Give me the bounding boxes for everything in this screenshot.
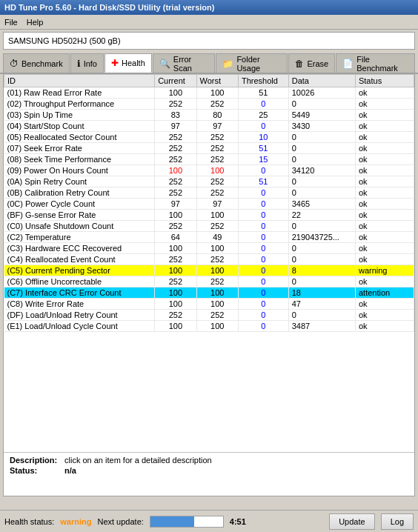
benchmark-icon: ⏱: [10, 59, 19, 69]
cell-worst: 252: [196, 187, 238, 199]
cell-threshold: 0: [238, 243, 288, 254]
cell-current: 100: [155, 321, 196, 332]
cell-current: 252: [155, 154, 196, 165]
log-button[interactable]: Log: [381, 513, 414, 530]
cell-status: ok: [355, 310, 414, 321]
table-row[interactable]: (09) Power On Hours Count100100034120ok: [4, 165, 414, 176]
cell-current: 252: [155, 132, 196, 143]
tab-folder-usage[interactable]: 📁 Folder Usage: [216, 53, 288, 73]
tab-health[interactable]: ✚ Health: [104, 53, 152, 73]
table-row[interactable]: (C3) Hardware ECC Recovered10010000ok: [4, 243, 414, 254]
info-icon: ℹ: [77, 59, 81, 69]
cell-id: (BF) G-sense Error Rate: [4, 210, 155, 221]
cell-id: (E1) Load/Unload Cycle Count: [4, 321, 155, 332]
col-header-threshold: Threshold: [238, 75, 288, 87]
cell-id: (07) Seek Error Rate: [4, 143, 155, 154]
cell-id: (C6) Offline Uncorrectable: [4, 276, 155, 287]
cell-data: 0: [288, 276, 355, 287]
tab-erase[interactable]: 🗑 Erase: [288, 53, 335, 73]
table-row[interactable]: (C4) Reallocated Event Count25225200ok: [4, 254, 414, 265]
cell-status: ok: [355, 87, 414, 99]
description-text: click on an item for a detailed descript…: [64, 456, 212, 465]
cell-worst: 100: [196, 287, 238, 299]
cell-status: ok: [355, 210, 414, 221]
table-row[interactable]: (C5) Current Pending Sector10010008warni…: [4, 265, 414, 276]
menu-help[interactable]: Help: [27, 18, 44, 27]
cell-id: (03) Spin Up Time: [4, 110, 155, 121]
cell-data: 0: [288, 254, 355, 265]
table-row[interactable]: (0B) Calibration Retry Count25225200ok: [4, 187, 414, 199]
menu-file[interactable]: File: [4, 18, 18, 27]
cell-status: ok: [355, 176, 414, 187]
cell-id: (C3) Hardware ECC Recovered: [4, 243, 155, 254]
cell-id: (02) Throughput Performance: [4, 99, 155, 110]
cell-data: 219043725...: [288, 232, 355, 243]
cell-data: 10026: [288, 87, 355, 99]
app-title: HD Tune Pro 5.60 - Hard Disk/SSD Utility…: [4, 3, 214, 12]
cell-id: (DF) Load/Unload Retry Count: [4, 310, 155, 321]
table-row[interactable]: (BF) G-sense Error Rate100100022ok: [4, 210, 414, 221]
table-row[interactable]: (04) Start/Stop Count979703430ok: [4, 121, 414, 132]
table-row[interactable]: (C0) Unsafe Shutdown Count25225200ok: [4, 221, 414, 232]
update-button[interactable]: Update: [329, 513, 374, 530]
cell-current: 252: [155, 310, 196, 321]
tab-health-label: Health: [122, 59, 145, 67]
table-row[interactable]: (02) Throughput Performance25225200ok: [4, 99, 414, 110]
cell-data: 0: [288, 243, 355, 254]
col-header-worst: Worst: [196, 75, 238, 87]
cell-status: ok: [355, 121, 414, 132]
table-row[interactable]: (C6) Offline Uncorrectable25225200ok: [4, 276, 414, 287]
cell-id: (05) Reallocated Sector Count: [4, 132, 155, 143]
cell-data: 0: [288, 187, 355, 199]
cell-data: 34120: [288, 165, 355, 176]
cell-worst: 100: [196, 321, 238, 332]
cell-current: 252: [155, 99, 196, 110]
cell-status: ok: [355, 199, 414, 210]
cell-status: ok: [355, 232, 414, 243]
col-header-data: Data: [288, 75, 355, 87]
table-row[interactable]: (C7) Interface CRC Error Count100100018a…: [4, 287, 414, 299]
table-row[interactable]: (E1) Load/Unload Cycle Count10010003487o…: [4, 321, 414, 332]
table-row[interactable]: (C8) Write Error Rate100100047ok: [4, 299, 414, 310]
table-row[interactable]: (0C) Power Cycle Count979703465ok: [4, 199, 414, 210]
next-update-label: Next update:: [97, 517, 143, 526]
error-scan-icon: 🔍: [159, 59, 170, 69]
cell-data: 8: [288, 265, 355, 276]
cell-status: ok: [355, 187, 414, 199]
tab-info-label: Info: [84, 59, 97, 68]
status-bar: Health status: warning Next update: 4:51…: [0, 510, 418, 532]
table-row[interactable]: (DF) Load/Unload Retry Count25225200ok: [4, 310, 414, 321]
tabs: ⏱ Benchmark ℹ Info ✚ Health 🔍 Error Scan…: [0, 52, 418, 74]
table-container[interactable]: ID Current Worst Threshold Data Status (…: [4, 74, 414, 452]
tab-info[interactable]: ℹ Info: [70, 53, 104, 73]
table-row[interactable]: (07) Seek Error Rate252252510ok: [4, 143, 414, 154]
cell-threshold: 0: [238, 221, 288, 232]
cell-current: 100: [155, 210, 196, 221]
tab-error-scan[interactable]: 🔍 Error Scan: [153, 53, 216, 73]
cell-data: 0: [288, 310, 355, 321]
cell-worst: 97: [196, 121, 238, 132]
cell-threshold: 0: [238, 121, 288, 132]
cell-data: 0: [288, 143, 355, 154]
tab-file-benchmark[interactable]: 📄 File Benchmark: [336, 53, 415, 73]
cell-threshold: 0: [238, 254, 288, 265]
table-row[interactable]: (03) Spin Up Time8380255449ok: [4, 110, 414, 121]
table-row[interactable]: (0A) Spin Retry Count252252510ok: [4, 176, 414, 187]
cell-worst: 100: [196, 243, 238, 254]
cell-current: 100: [155, 165, 196, 176]
tab-benchmark[interactable]: ⏱ Benchmark: [3, 53, 70, 73]
cell-threshold: 10: [238, 132, 288, 143]
table-row[interactable]: (C2) Temperature64490219043725...ok: [4, 232, 414, 243]
cell-id: (C2) Temperature: [4, 232, 155, 243]
cell-id: (04) Start/Stop Count: [4, 121, 155, 132]
tab-benchmark-label: Benchmark: [21, 59, 63, 68]
table-row[interactable]: (01) Raw Read Error Rate1001005110026ok: [4, 87, 414, 99]
cell-id: (C0) Unsafe Shutdown Count: [4, 221, 155, 232]
main-panel: ID Current Worst Threshold Data Status (…: [3, 74, 415, 496]
cell-data: 47: [288, 299, 355, 310]
table-row[interactable]: (05) Reallocated Sector Count252252100ok: [4, 132, 414, 143]
cell-data: 3487: [288, 321, 355, 332]
table-row[interactable]: (08) Seek Time Performance252252150ok: [4, 154, 414, 165]
cell-worst: 100: [196, 87, 238, 99]
cell-worst: 252: [196, 132, 238, 143]
